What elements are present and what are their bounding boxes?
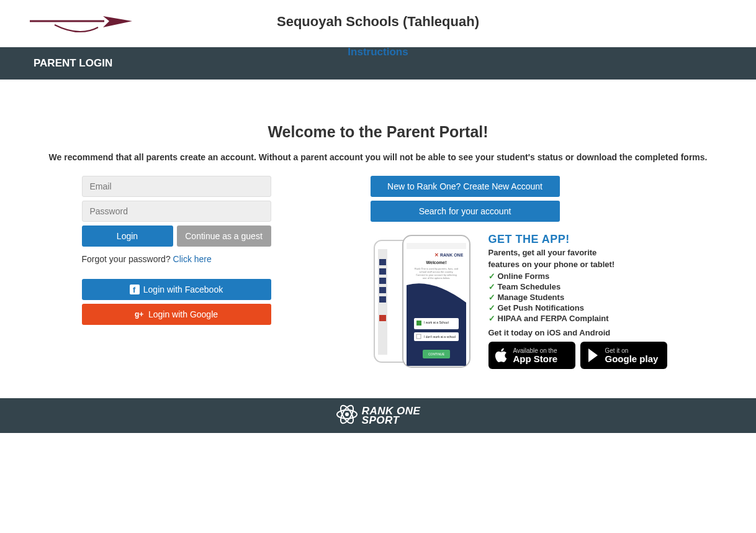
forgot-password-link[interactable]: Click here xyxy=(173,254,212,264)
footer: RANK ONE SPORT xyxy=(0,398,756,433)
play-small: Get it on xyxy=(605,347,659,354)
svg-text:RANK ONE: RANK ONE xyxy=(440,253,464,257)
svg-text:f: f xyxy=(133,285,136,294)
feature-item: HIPAA and FERPA Complaint xyxy=(488,313,675,324)
appstore-big: App Store xyxy=(513,354,558,364)
phone-mockup: ✕ RANK ONE Welcome! Rank One is used by … xyxy=(371,234,476,373)
footer-brand-2: SPORT xyxy=(362,416,421,425)
appstore-small: Available on the xyxy=(513,347,558,354)
svg-rect-7 xyxy=(379,259,386,265)
svg-rect-11 xyxy=(379,296,386,303)
login-button[interactable]: Login xyxy=(82,226,173,247)
get-today-text: Get it today on iOS and Android xyxy=(488,327,675,338)
welcome-subtitle: We recommend that all parents create an … xyxy=(25,152,731,162)
svg-text:CONTINUE: CONTINUE xyxy=(428,352,444,356)
account-panel: New to Rank One? Create New Account Sear… xyxy=(371,176,675,373)
svg-rect-12 xyxy=(379,315,386,321)
instructions-link[interactable]: Instructions xyxy=(348,46,408,58)
header: Sequoyah Schools (Tahlequah) Instruction… xyxy=(0,0,756,47)
app-store-badge[interactable]: Available on the App Store xyxy=(488,342,575,369)
login-facebook-button[interactable]: f Login with Facebook xyxy=(82,279,271,300)
feature-item: Online Forms xyxy=(488,271,675,281)
footer-logo: RANK ONE SPORT xyxy=(336,403,421,428)
svg-text:g+: g+ xyxy=(135,310,143,319)
svg-text:✕: ✕ xyxy=(434,252,438,258)
login-panel: Login Continue as a guest Forgot your pa… xyxy=(82,176,271,325)
svg-rect-8 xyxy=(379,268,386,275)
google-button-label: Login with Google xyxy=(148,309,218,319)
feature-item: Manage Students xyxy=(488,292,675,303)
get-app-title: GET THE APP! xyxy=(488,234,675,245)
feature-item: Get Push Notifications xyxy=(488,303,675,313)
welcome-title: Welcome to the Parent Portal! xyxy=(25,123,731,141)
login-google-button[interactable]: g+ Login with Google xyxy=(82,304,271,325)
svg-rect-23 xyxy=(416,321,421,326)
facebook-icon: f xyxy=(130,285,140,294)
email-field[interactable] xyxy=(82,176,271,197)
svg-rect-9 xyxy=(379,278,386,284)
forgot-password-row: Forgot your password? Click here xyxy=(82,254,271,264)
svg-text:Welcome!: Welcome! xyxy=(426,260,446,265)
continue-guest-button[interactable]: Continue as a guest xyxy=(177,226,271,247)
google-play-badge[interactable]: Get it on Google play xyxy=(580,342,667,369)
app-sub-1: Parents, get all your favorite xyxy=(488,247,675,258)
password-field[interactable] xyxy=(82,201,271,222)
svg-text:I work at a School: I work at a School xyxy=(424,321,449,324)
create-account-button[interactable]: New to Rank One? Create New Account xyxy=(371,176,560,197)
search-account-button[interactable]: Search for your account xyxy=(371,201,560,222)
svg-text:one of the options below.: one of the options below. xyxy=(422,276,449,280)
spear-icon xyxy=(30,30,135,40)
google-icon: g+ xyxy=(135,310,145,319)
svg-marker-30 xyxy=(588,348,598,362)
forgot-text: Forgot your password? xyxy=(82,254,173,264)
apple-icon xyxy=(495,347,508,363)
school-name: Sequoyah Schools (Tahlequah) xyxy=(277,14,479,30)
facebook-button-label: Login with Facebook xyxy=(143,285,223,294)
play-big: Google play xyxy=(605,354,659,364)
rankone-icon xyxy=(336,403,358,428)
svg-marker-1 xyxy=(103,16,132,27)
svg-rect-14 xyxy=(407,243,466,249)
school-logo xyxy=(30,14,154,41)
google-play-icon xyxy=(587,347,600,363)
feature-list: Online Forms Team Schedules Manage Stude… xyxy=(488,271,675,324)
svg-rect-10 xyxy=(379,287,386,293)
svg-text:I don't work at a school: I don't work at a school xyxy=(424,335,456,339)
feature-item: Team Schedules xyxy=(488,281,675,292)
main-content: Welcome to the Parent Portal! We recomme… xyxy=(0,80,756,398)
app-sub-2: features on your phone or tablet! xyxy=(488,259,675,270)
svg-point-34 xyxy=(345,412,349,416)
app-promo: ✕ RANK ONE Welcome! Rank One is used by … xyxy=(371,234,675,373)
